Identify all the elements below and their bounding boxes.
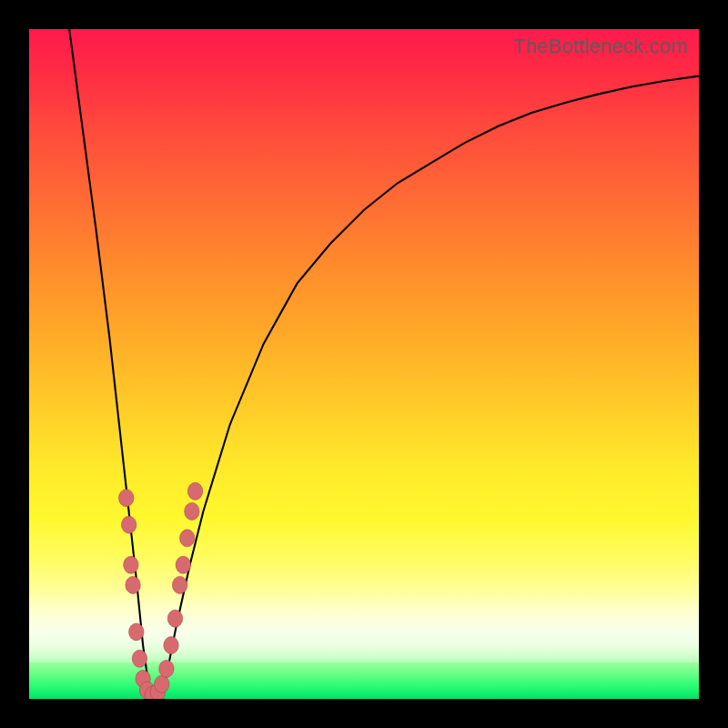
bottleneck-curve — [69, 29, 699, 695]
data-marker — [121, 516, 136, 533]
data-marker — [172, 576, 187, 593]
data-marker — [159, 660, 174, 677]
data-marker — [176, 556, 190, 573]
data-marker — [124, 556, 138, 573]
data-marker — [155, 675, 169, 693]
data-marker — [185, 502, 199, 520]
plot-area: TheBottleneck.com — [29, 29, 699, 699]
data-marker — [126, 576, 140, 593]
data-marker — [119, 490, 134, 507]
curve-svg — [29, 29, 699, 699]
data-marker — [164, 637, 178, 654]
data-marker — [132, 650, 147, 667]
data-marker — [180, 530, 195, 547]
data-marker — [167, 610, 182, 627]
data-marker — [129, 623, 144, 641]
outer-frame: TheBottleneck.com — [0, 0, 728, 728]
data-markers-group — [119, 482, 203, 699]
data-marker — [187, 482, 202, 500]
